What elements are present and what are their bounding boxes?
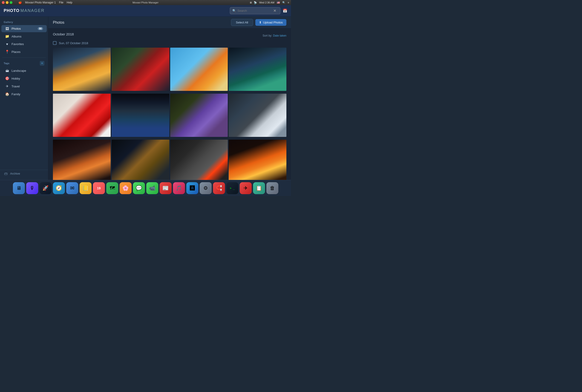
sidebar-item-family[interactable]: 🏠 Family (2, 90, 47, 98)
photo-row-2 (53, 94, 286, 137)
dock-facetime[interactable]: 📹 (146, 182, 158, 194)
dock-notes[interactable]: 📒 (80, 182, 92, 194)
dock-news[interactable]: 📰 (160, 182, 172, 194)
photo-man-umbrella[interactable] (170, 140, 228, 180)
sidebar-item-landscape[interactable]: 🏔 Landscape (2, 67, 47, 74)
dock-mail[interactable]: ✉ (66, 182, 78, 194)
travel-label: Travel (12, 85, 43, 88)
dock-photos[interactable]: 🌸 (120, 182, 132, 194)
upload-icon: ⬆ (259, 21, 262, 24)
dock-messages[interactable]: 💬 (133, 182, 145, 194)
photo-aurora[interactable] (229, 48, 286, 91)
photo-flower-purple[interactable] (170, 94, 228, 137)
dock-system-prefs[interactable]: ⚙ (200, 182, 212, 194)
date-label: Sun, 07 October 2018 (59, 42, 88, 45)
menu-bar: 🍎 Movavi Photo Manager 1 File Help (18, 1, 72, 4)
date-group-header: Sun, 07 October 2018 (53, 41, 286, 45)
flag-icon: 🇺🇸 (277, 1, 280, 4)
search-icon: 🔍 (232, 9, 236, 12)
gallery-label: Gallery (0, 19, 48, 25)
system-prefs-icon: ⚙ (203, 185, 208, 191)
dock-siri[interactable]: 🎙 (26, 182, 38, 194)
help-menu[interactable]: Help (67, 1, 72, 4)
photos-label: Photos (12, 27, 36, 30)
dock-airdrop[interactable]: 📋 (253, 182, 265, 194)
maps-icon: 🗺 (110, 185, 115, 191)
music-icon: 🎵 (176, 185, 182, 191)
photo-row-3 (53, 140, 286, 180)
photo-content[interactable]: October 2018 Sort by: Date taken Sun, 07… (48, 28, 291, 180)
sidebar-item-favorites[interactable]: ♥ Favorites (2, 40, 47, 48)
apple-menu[interactable]: 🍎 (18, 1, 22, 4)
dock-appstore[interactable]: 🅰 (186, 182, 198, 194)
dock-airmail[interactable]: ✈ (240, 182, 252, 194)
photo-ship[interactable] (53, 48, 111, 91)
sidebar-bottom: 🗃 Archive (0, 170, 48, 177)
search-input[interactable] (238, 9, 272, 12)
reminders-icon: 19 (97, 186, 101, 190)
airmail-icon: ✈ (244, 185, 248, 191)
news-icon: 📰 (162, 185, 168, 191)
sidebar: Gallery 🖼 Photos 80 📁 Albums ♥ Favorites… (0, 16, 48, 180)
sort-by-value[interactable]: Date taken (273, 34, 286, 37)
fullscreen-button[interactable] (10, 1, 12, 4)
dock-finder[interactable]: 🖥 (13, 182, 25, 194)
photo-woman-table[interactable] (112, 140, 169, 180)
photo-woman-beach[interactable] (170, 48, 228, 91)
dock-magnet[interactable]: 🧲 (213, 182, 225, 194)
sidebar-item-hobby[interactable]: 🎯 Hobby (2, 75, 47, 82)
photo-cherries[interactable] (53, 94, 111, 137)
content-area: Photos Select All ⬆ Upload Photos Octobe… (48, 16, 291, 180)
photo-forest-blue[interactable] (112, 94, 169, 137)
calendar-icon[interactable]: 📅 (283, 8, 287, 13)
select-all-button[interactable]: Select All (231, 19, 253, 26)
archive-icon: 🗃 (4, 172, 8, 176)
minimize-button[interactable] (6, 1, 8, 4)
finder-icon: 🖥 (16, 185, 22, 191)
hobby-label: Hobby (12, 77, 43, 80)
tags-header: Tags + (0, 60, 48, 67)
hobby-icon: 🎯 (5, 76, 9, 80)
app-logo: PHOTO MANAGER (4, 8, 45, 13)
add-tag-button[interactable]: + (40, 61, 44, 66)
search-bar[interactable]: 🔍 ✕ (230, 7, 280, 14)
photo-woman-red[interactable] (112, 48, 169, 91)
dock-music[interactable]: 🎵 (173, 182, 185, 194)
logo-manager: MANAGER (20, 8, 45, 13)
content-header: Photos Select All ⬆ Upload Photos (48, 16, 291, 28)
photo-forest-sun[interactable] (53, 140, 111, 180)
close-button[interactable] (2, 1, 4, 4)
file-menu[interactable]: File (59, 1, 63, 4)
sidebar-item-travel[interactable]: ✈ Travel (2, 82, 47, 90)
sidebar-item-photos[interactable]: 🖼 Photos 80 (2, 25, 47, 32)
sort-bar: Sort by: Date taken (74, 34, 286, 37)
dock-safari[interactable]: 🧭 (53, 182, 65, 194)
photo-dog-sunset[interactable] (229, 140, 286, 180)
family-icon: 🏠 (5, 92, 9, 96)
tags-label: Tags (4, 62, 40, 65)
dock-reminders[interactable]: 19 (93, 182, 105, 194)
search-status-icon[interactable]: 🔍 (282, 1, 286, 4)
traffic-lights (2, 1, 12, 4)
clock: Wed 2:36 AM (259, 1, 274, 4)
photo-row-1 (53, 48, 286, 91)
clear-search-icon[interactable]: ✕ (273, 8, 276, 13)
launchpad-icon: 🚀 (42, 185, 48, 191)
dock-maps[interactable]: 🗺 (106, 182, 118, 194)
menu-icon[interactable]: ≡ (288, 1, 289, 4)
sidebar-item-albums[interactable]: 📁 Albums (2, 33, 47, 40)
sidebar-item-archive[interactable]: 🗃 Archive (0, 170, 48, 177)
dock-trash[interactable]: 🗑 (266, 182, 278, 194)
dock-terminal[interactable]: > _ (226, 182, 238, 194)
photos-count: 80 (38, 27, 43, 30)
app-menu-name[interactable]: Movavi Photo Manager 1 (25, 1, 56, 4)
sidebar-item-places[interactable]: 📍 Places (2, 48, 47, 56)
archive-label: Archive (10, 172, 20, 175)
main-content: Gallery 🖼 Photos 80 📁 Albums ♥ Favorites… (0, 16, 291, 180)
mail-icon: ✉ (70, 185, 74, 191)
upload-photos-button[interactable]: ⬆ Upload Photos (255, 19, 286, 26)
date-checkbox[interactable] (53, 41, 56, 45)
dock-launchpad[interactable]: 🚀 (40, 182, 52, 194)
photo-dog-waterfall[interactable] (229, 94, 286, 137)
display-icon: 🖥 (249, 1, 252, 4)
